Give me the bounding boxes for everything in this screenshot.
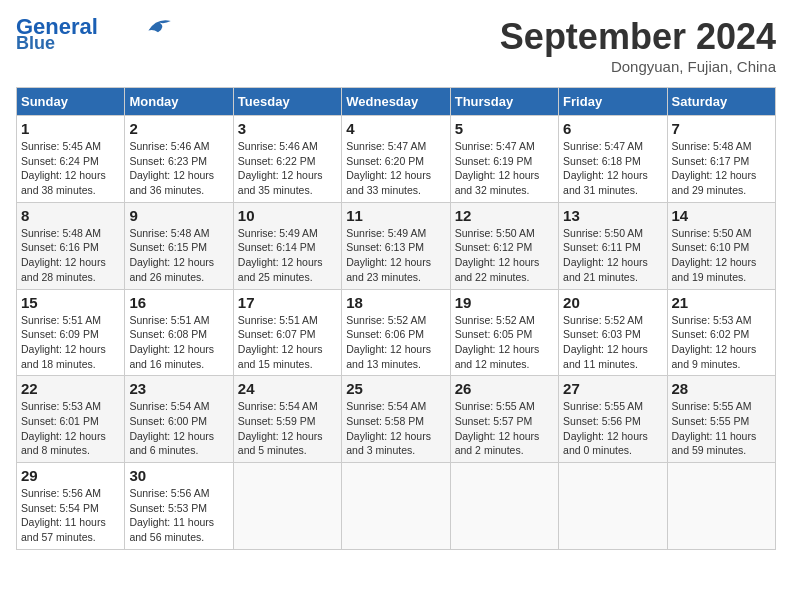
day-cell: [559, 463, 667, 550]
calendar-table: SundayMondayTuesdayWednesdayThursdayFrid…: [16, 87, 776, 550]
day-number: 11: [346, 207, 445, 224]
day-detail: Sunrise: 5:56 AM Sunset: 5:53 PM Dayligh…: [129, 486, 228, 545]
day-number: 21: [672, 294, 771, 311]
day-detail: Sunrise: 5:49 AM Sunset: 6:13 PM Dayligh…: [346, 226, 445, 285]
day-cell: 5Sunrise: 5:47 AM Sunset: 6:19 PM Daylig…: [450, 116, 558, 203]
day-cell: 24Sunrise: 5:54 AM Sunset: 5:59 PM Dayli…: [233, 376, 341, 463]
day-number: 7: [672, 120, 771, 137]
day-number: 28: [672, 380, 771, 397]
day-number: 18: [346, 294, 445, 311]
day-cell: [667, 463, 775, 550]
day-detail: Sunrise: 5:53 AM Sunset: 6:02 PM Dayligh…: [672, 313, 771, 372]
day-number: 26: [455, 380, 554, 397]
day-cell: 16Sunrise: 5:51 AM Sunset: 6:08 PM Dayli…: [125, 289, 233, 376]
logo: General Blue: [16, 16, 174, 52]
day-number: 19: [455, 294, 554, 311]
day-number: 10: [238, 207, 337, 224]
day-number: 1: [21, 120, 120, 137]
day-detail: Sunrise: 5:52 AM Sunset: 6:06 PM Dayligh…: [346, 313, 445, 372]
day-detail: Sunrise: 5:47 AM Sunset: 6:19 PM Dayligh…: [455, 139, 554, 198]
day-detail: Sunrise: 5:51 AM Sunset: 6:09 PM Dayligh…: [21, 313, 120, 372]
day-cell: 23Sunrise: 5:54 AM Sunset: 6:00 PM Dayli…: [125, 376, 233, 463]
day-number: 6: [563, 120, 662, 137]
week-row-4: 22Sunrise: 5:53 AM Sunset: 6:01 PM Dayli…: [17, 376, 776, 463]
day-detail: Sunrise: 5:52 AM Sunset: 6:05 PM Dayligh…: [455, 313, 554, 372]
title-block: September 2024 Dongyuan, Fujian, China: [500, 16, 776, 75]
day-detail: Sunrise: 5:50 AM Sunset: 6:11 PM Dayligh…: [563, 226, 662, 285]
day-cell: 13Sunrise: 5:50 AM Sunset: 6:11 PM Dayli…: [559, 202, 667, 289]
day-cell: 3Sunrise: 5:46 AM Sunset: 6:22 PM Daylig…: [233, 116, 341, 203]
day-detail: Sunrise: 5:50 AM Sunset: 6:12 PM Dayligh…: [455, 226, 554, 285]
day-number: 13: [563, 207, 662, 224]
day-detail: Sunrise: 5:54 AM Sunset: 5:59 PM Dayligh…: [238, 399, 337, 458]
day-detail: Sunrise: 5:55 AM Sunset: 5:55 PM Dayligh…: [672, 399, 771, 458]
weekday-header-tuesday: Tuesday: [233, 88, 341, 116]
day-number: 27: [563, 380, 662, 397]
day-detail: Sunrise: 5:53 AM Sunset: 6:01 PM Dayligh…: [21, 399, 120, 458]
day-detail: Sunrise: 5:47 AM Sunset: 6:18 PM Dayligh…: [563, 139, 662, 198]
day-cell: 22Sunrise: 5:53 AM Sunset: 6:01 PM Dayli…: [17, 376, 125, 463]
day-cell: 20Sunrise: 5:52 AM Sunset: 6:03 PM Dayli…: [559, 289, 667, 376]
day-number: 2: [129, 120, 228, 137]
day-cell: 29Sunrise: 5:56 AM Sunset: 5:54 PM Dayli…: [17, 463, 125, 550]
week-row-1: 1Sunrise: 5:45 AM Sunset: 6:24 PM Daylig…: [17, 116, 776, 203]
day-number: 29: [21, 467, 120, 484]
day-cell: 8Sunrise: 5:48 AM Sunset: 6:16 PM Daylig…: [17, 202, 125, 289]
week-row-2: 8Sunrise: 5:48 AM Sunset: 6:16 PM Daylig…: [17, 202, 776, 289]
day-detail: Sunrise: 5:48 AM Sunset: 6:17 PM Dayligh…: [672, 139, 771, 198]
week-row-5: 29Sunrise: 5:56 AM Sunset: 5:54 PM Dayli…: [17, 463, 776, 550]
day-detail: Sunrise: 5:48 AM Sunset: 6:15 PM Dayligh…: [129, 226, 228, 285]
day-detail: Sunrise: 5:47 AM Sunset: 6:20 PM Dayligh…: [346, 139, 445, 198]
day-number: 15: [21, 294, 120, 311]
day-number: 30: [129, 467, 228, 484]
day-detail: Sunrise: 5:45 AM Sunset: 6:24 PM Dayligh…: [21, 139, 120, 198]
page-header: General Blue September 2024 Dongyuan, Fu…: [16, 16, 776, 75]
day-cell: 28Sunrise: 5:55 AM Sunset: 5:55 PM Dayli…: [667, 376, 775, 463]
day-cell: 21Sunrise: 5:53 AM Sunset: 6:02 PM Dayli…: [667, 289, 775, 376]
logo-bird-icon: [142, 15, 174, 35]
weekday-header-sunday: Sunday: [17, 88, 125, 116]
day-detail: Sunrise: 5:54 AM Sunset: 6:00 PM Dayligh…: [129, 399, 228, 458]
day-cell: 18Sunrise: 5:52 AM Sunset: 6:06 PM Dayli…: [342, 289, 450, 376]
day-detail: Sunrise: 5:51 AM Sunset: 6:07 PM Dayligh…: [238, 313, 337, 372]
logo-text-blue: Blue: [16, 34, 55, 52]
day-cell: [233, 463, 341, 550]
weekday-header-monday: Monday: [125, 88, 233, 116]
day-cell: [342, 463, 450, 550]
day-number: 5: [455, 120, 554, 137]
location: Dongyuan, Fujian, China: [500, 58, 776, 75]
day-cell: 30Sunrise: 5:56 AM Sunset: 5:53 PM Dayli…: [125, 463, 233, 550]
weekday-header-row: SundayMondayTuesdayWednesdayThursdayFrid…: [17, 88, 776, 116]
day-number: 25: [346, 380, 445, 397]
day-number: 12: [455, 207, 554, 224]
day-detail: Sunrise: 5:50 AM Sunset: 6:10 PM Dayligh…: [672, 226, 771, 285]
week-row-3: 15Sunrise: 5:51 AM Sunset: 6:09 PM Dayli…: [17, 289, 776, 376]
day-cell: [450, 463, 558, 550]
day-number: 20: [563, 294, 662, 311]
day-cell: 27Sunrise: 5:55 AM Sunset: 5:56 PM Dayli…: [559, 376, 667, 463]
day-detail: Sunrise: 5:49 AM Sunset: 6:14 PM Dayligh…: [238, 226, 337, 285]
month-title: September 2024: [500, 16, 776, 58]
day-number: 3: [238, 120, 337, 137]
day-cell: 4Sunrise: 5:47 AM Sunset: 6:20 PM Daylig…: [342, 116, 450, 203]
day-number: 22: [21, 380, 120, 397]
day-cell: 15Sunrise: 5:51 AM Sunset: 6:09 PM Dayli…: [17, 289, 125, 376]
day-detail: Sunrise: 5:46 AM Sunset: 6:23 PM Dayligh…: [129, 139, 228, 198]
weekday-header-friday: Friday: [559, 88, 667, 116]
day-cell: 6Sunrise: 5:47 AM Sunset: 6:18 PM Daylig…: [559, 116, 667, 203]
day-number: 14: [672, 207, 771, 224]
day-number: 24: [238, 380, 337, 397]
day-detail: Sunrise: 5:46 AM Sunset: 6:22 PM Dayligh…: [238, 139, 337, 198]
day-number: 16: [129, 294, 228, 311]
day-number: 17: [238, 294, 337, 311]
day-detail: Sunrise: 5:48 AM Sunset: 6:16 PM Dayligh…: [21, 226, 120, 285]
weekday-header-wednesday: Wednesday: [342, 88, 450, 116]
day-cell: 17Sunrise: 5:51 AM Sunset: 6:07 PM Dayli…: [233, 289, 341, 376]
day-detail: Sunrise: 5:51 AM Sunset: 6:08 PM Dayligh…: [129, 313, 228, 372]
day-cell: 9Sunrise: 5:48 AM Sunset: 6:15 PM Daylig…: [125, 202, 233, 289]
day-cell: 26Sunrise: 5:55 AM Sunset: 5:57 PM Dayli…: [450, 376, 558, 463]
day-detail: Sunrise: 5:52 AM Sunset: 6:03 PM Dayligh…: [563, 313, 662, 372]
day-number: 8: [21, 207, 120, 224]
day-cell: 12Sunrise: 5:50 AM Sunset: 6:12 PM Dayli…: [450, 202, 558, 289]
day-cell: 25Sunrise: 5:54 AM Sunset: 5:58 PM Dayli…: [342, 376, 450, 463]
